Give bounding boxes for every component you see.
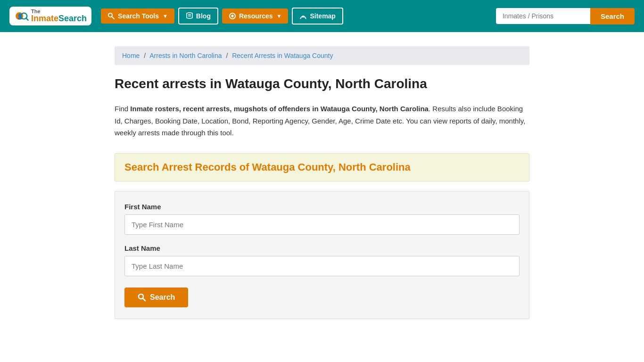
page-title: Recent arrests in Watauga County, North … [115, 76, 529, 91]
chevron-down-icon-resources: ▼ [277, 13, 282, 19]
header-search-area: Search [496, 8, 635, 25]
last-name-label: Last Name [124, 244, 520, 252]
search-button[interactable]: Search [124, 288, 188, 307]
svg-line-3 [26, 18, 28, 20]
chevron-down-icon: ▼ [163, 13, 168, 19]
search-tools-icon [107, 12, 115, 20]
last-name-group: Last Name [124, 244, 520, 276]
search-tools-button[interactable]: Search Tools ▼ [101, 8, 174, 24]
description: Find Inmate rosters, recent arrests, mug… [115, 103, 529, 139]
breadcrumb-sep-1: / [144, 52, 146, 59]
resources-button[interactable]: Resources ▼ [222, 8, 288, 24]
breadcrumb-current[interactable]: Recent Arrests in Watauga County [232, 52, 333, 59]
first-name-group: First Name [124, 203, 520, 235]
header-search-button[interactable]: Search [590, 8, 635, 25]
logo-area: 👤 The InmateSearch [9, 7, 91, 25]
last-name-input[interactable] [124, 256, 520, 276]
main-nav: Search Tools ▼ Blog Resources ▼ Sit [101, 8, 496, 25]
blog-icon [186, 12, 193, 20]
breadcrumb: Home / Arrests in North Carolina / Recen… [115, 46, 529, 65]
header-search-input[interactable] [496, 8, 590, 24]
search-section-title: Search Arrest Records of Watauga County,… [124, 161, 520, 173]
breadcrumb-sep-2: / [226, 52, 228, 59]
form-container: First Name Last Name Search [115, 191, 529, 319]
logo[interactable]: 👤 The InmateSearch [9, 7, 91, 25]
sitemap-button[interactable]: Sitemap [292, 8, 343, 25]
blog-button[interactable]: Blog [178, 8, 218, 25]
description-bold: Inmate rosters, recent arrests, mugshots… [130, 105, 429, 113]
breadcrumb-home[interactable]: Home [122, 52, 140, 59]
resources-icon [229, 12, 236, 20]
logo-icon: 👤 [14, 8, 29, 24]
svg-line-11 [143, 298, 145, 301]
first-name-input[interactable] [124, 214, 520, 235]
site-header: 👤 The InmateSearch Search Tools ▼ [0, 0, 644, 32]
logo-text: The InmateSearch [31, 8, 87, 24]
search-icon [138, 293, 146, 302]
svg-line-5 [112, 17, 115, 19]
main-content: Home / Arrests in North Carolina / Recen… [105, 32, 539, 347]
sitemap-icon [299, 12, 307, 20]
breadcrumb-arrests-nc[interactable]: Arrests in North Carolina [149, 52, 222, 59]
first-name-label: First Name [124, 203, 520, 211]
search-section-header: Search Arrest Records of Watauga County,… [115, 153, 529, 181]
